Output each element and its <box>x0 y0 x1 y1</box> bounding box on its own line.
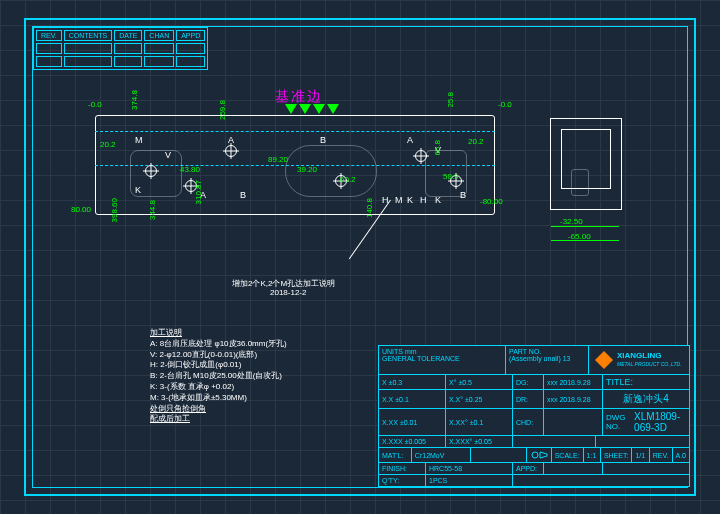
notes-title: 加工说明 <box>150 328 182 337</box>
tb-titlev: 新逸冲头4 <box>603 390 689 408</box>
company-logo: XIANGLINGMETAL PRODUCT CO.,LTD. <box>592 348 684 372</box>
label-m: M <box>395 195 403 205</box>
hole-marker <box>415 150 427 162</box>
tb-matl: MAT'L: <box>379 448 412 462</box>
label-a: A <box>228 135 234 145</box>
dim: 60.2 <box>340 175 356 184</box>
label-k: K <box>435 195 441 205</box>
callout-l2: 2018-12-2 <box>270 288 306 297</box>
tb-matv: Cr12MoV <box>412 448 471 462</box>
tb-fin: FINISH: <box>379 463 426 474</box>
tb-partv: (Assembly unall) 13 <box>509 355 570 362</box>
dim: 65.8 <box>433 140 442 156</box>
tb-finv: HRC55-58 <box>426 463 513 474</box>
tb-revv: A.0 <box>673 448 690 462</box>
revision-table: REV.CONTENTSDATECHANAPPD <box>33 27 208 70</box>
label-k: K <box>135 185 141 195</box>
tb-units: UNITS mm <box>382 348 417 355</box>
label-a: A <box>407 135 413 145</box>
svg-point-0 <box>532 452 538 458</box>
tb-x3: X.X ±0.1 <box>379 390 446 408</box>
tb-x5: X.XX ±0.01 <box>379 409 446 435</box>
note-line: 配成后加工 <box>150 414 190 423</box>
note-line: B: 2-台肩孔 M10皮25.00处皿(自攻孔) <box>150 371 282 380</box>
datum-triangles <box>285 104 339 114</box>
dim: 310.87 <box>194 180 203 204</box>
dim-line <box>551 240 619 241</box>
tb-appd: APPD: <box>513 463 544 474</box>
label-h: H <box>420 195 427 205</box>
rev-h2: CONTENTS <box>64 30 113 41</box>
label-b: B <box>240 190 246 200</box>
tb-sheet: SHEET: <box>601 448 633 462</box>
label-m: M <box>135 135 143 145</box>
rev-h5: APPD <box>176 30 205 41</box>
dim: 80.00 <box>71 205 91 214</box>
tb-dwg: DWG NO. <box>606 413 630 431</box>
dim-line <box>551 226 619 227</box>
label-b: B <box>460 190 466 200</box>
triangle-icon <box>285 104 297 114</box>
tb-chd: CHD: <box>513 409 544 435</box>
hole-marker <box>145 165 157 177</box>
tb-qty: Q'TY: <box>379 475 426 486</box>
rev-h1: REV. <box>36 30 62 41</box>
dim: 259.8 <box>218 100 227 120</box>
company: XIANGLING <box>617 351 661 360</box>
note-line: K: 3-(系数 直承φ +0.02) <box>150 382 234 391</box>
tb-dgv: xxx 2018.9.28 <box>544 375 603 389</box>
tb-part: PART NO. <box>509 348 541 355</box>
tb-x2: X° ±0.5 <box>446 375 513 389</box>
dim: 398.60 <box>110 198 119 222</box>
dim: 344.8 <box>148 200 157 220</box>
company-sub: METAL PRODUCT CO.,LTD. <box>617 361 681 367</box>
tb-qtyv: 1PCS <box>426 475 513 486</box>
rev-h3: DATE <box>114 30 142 41</box>
hole-marker <box>225 145 237 157</box>
label-b: B <box>320 135 326 145</box>
note-line: V: 2-φ12.00直孔(0-0.01)(底部) <box>150 350 257 359</box>
triangle-icon <box>327 104 339 114</box>
dim: -32.50 <box>560 217 583 226</box>
note-line: A: 8台肩压底处理 φ10皮36.0mm(牙孔) <box>150 339 287 348</box>
dim: 25.8 <box>446 92 455 108</box>
label-k: K <box>407 195 413 205</box>
triangle-icon <box>313 104 325 114</box>
dim: -0.0 <box>498 100 512 109</box>
tb-x1: X ±0.3 <box>379 375 446 389</box>
note-line: 处倒只角抢倒角 <box>150 404 206 413</box>
ghost-shape <box>571 169 589 196</box>
tb-dr: DR: <box>513 390 544 408</box>
tb-gentol: GENERAL TOLERANCE <box>382 355 460 362</box>
tb-x7: X.XXX ±0.005 <box>379 436 446 447</box>
dim: 20.2 <box>468 137 484 146</box>
side-view <box>550 118 622 210</box>
dim: 140.8 <box>365 198 374 218</box>
tb-sheetv: 1/1 <box>632 448 649 462</box>
dim: -0.0 <box>88 100 102 109</box>
dim: 374.8 <box>130 90 139 110</box>
title-block: UNITS mm GENERAL TOLERANCE PART NO. (Ass… <box>378 345 690 487</box>
tb-rev: REV. <box>650 448 673 462</box>
projection-icon <box>530 450 548 460</box>
dash-line <box>95 131 495 132</box>
machining-notes: 加工说明 A: 8台肩压底处理 φ10皮36.0mm(牙孔) V: 2-φ12.… <box>150 328 287 425</box>
dim: 43.80 <box>180 165 200 174</box>
note-line: M: 3-(地承如皿承±5.30MM) <box>150 393 247 402</box>
tb-scalev: 1:1 <box>584 448 601 462</box>
label-v: V <box>165 150 171 160</box>
dim: -80.00 <box>480 197 503 206</box>
rev-h4: CHAN <box>144 30 174 41</box>
tb-title: TITLE: <box>606 377 633 387</box>
triangle-icon <box>299 104 311 114</box>
dim: 20.2 <box>100 140 116 149</box>
tb-drv: xxx 2018.9.28 <box>544 390 603 408</box>
tb-x4: X.X° ±0.25 <box>446 390 513 408</box>
tb-dwgv: XLM1809-069-3D <box>634 411 686 433</box>
tb-x8: X.XXX° ±0.05 <box>446 436 513 447</box>
cad-canvas: REV.CONTENTSDATECHANAPPD 基准边 M K V A A B… <box>0 0 720 514</box>
logo-icon <box>595 351 613 369</box>
dim: 89.20 <box>268 155 288 164</box>
tb-dg: DG: <box>513 375 544 389</box>
note-line: H: 2-倒口铰孔成皿(φ0.01) <box>150 360 241 369</box>
